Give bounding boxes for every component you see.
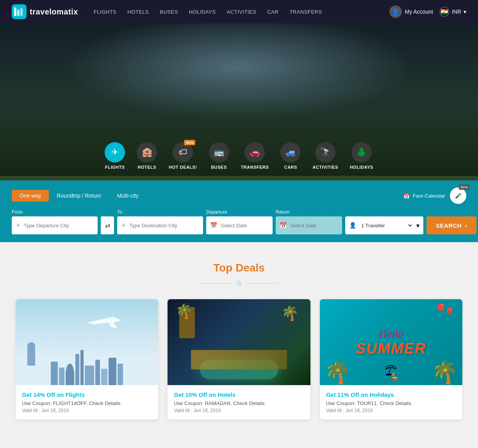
airplane-svg	[82, 311, 129, 334]
buses-icon: 🚌	[214, 147, 224, 157]
category-hotdeals[interactable]: Beta 🏷 HOT DEALS!	[169, 142, 197, 170]
person-icon: 👤	[349, 222, 357, 229]
to-field-group: To ✈	[117, 209, 203, 234]
hotels-label: HOTELS	[138, 165, 157, 170]
beta-label: Beta	[459, 184, 469, 190]
hotels-icon: 🏨	[142, 147, 152, 157]
voice-button[interactable]: Beta 🎤	[450, 187, 466, 204]
currency-label: INR	[452, 9, 461, 15]
category-transfers[interactable]: 🚗 TRANSFERS	[241, 142, 269, 170]
transfers-label: TRANSFERS	[241, 165, 269, 170]
category-hotels[interactable]: 🏨 HOTELS	[137, 142, 157, 170]
search-fields: From ✈ ⇄ To ✈ Departure 📅	[12, 209, 466, 234]
category-row: ✈ FLIGHTS 🏨 HOTELS Beta 🏷 HOT DEALS! 🚌 B…	[0, 138, 478, 173]
return-field-group: Return 📅	[276, 209, 342, 234]
deal-card-holidays[interactable]: Hello SUMMER 🌴 🌴 🎈 🎈 ⛱ 🪑 Get 11% Off on …	[320, 299, 462, 419]
mic-icon: 🎤	[455, 193, 462, 199]
svg-rect-2	[17, 10, 20, 16]
plane-arrive-icon: ✈	[121, 222, 126, 229]
category-holidays[interactable]: 🌲 HOLIDAYS	[350, 142, 373, 170]
traveller-chevron: ▾	[416, 222, 419, 229]
nav-flights[interactable]: FLIGHTS	[94, 9, 116, 15]
deal-image-hotels: 🌴 🌴	[168, 299, 310, 385]
trip-type-tabs: One way Roundtrip / Return Multi-city 📅 …	[12, 187, 466, 204]
my-account-label: My Account	[405, 9, 433, 15]
multicity-tab[interactable]: Multi-city	[109, 190, 146, 202]
departure-input[interactable]	[221, 223, 269, 228]
roundtrip-tab[interactable]: Roundtrip / Return	[49, 190, 109, 202]
calendar-departure-icon: 📅	[210, 222, 218, 229]
deal-valid-hotels: Valid till : Jun 18, 2018	[174, 408, 304, 413]
deal-info-holidays: Get 11% Off on Holidays Use Coupon: TOUR…	[320, 385, 462, 419]
nav-holidays[interactable]: HOLIDAYS	[189, 9, 216, 15]
swap-cities-button[interactable]: ⇄	[101, 216, 114, 234]
return-label: Return	[276, 209, 342, 215]
deal-info-hotels: Get 10% Off on Hotels Use Coupon: RAMADA…	[168, 385, 310, 419]
hello-text: Hello	[356, 328, 426, 340]
traveller-select[interactable]: 1 Traveller	[360, 222, 413, 229]
logo[interactable]: travelomatix	[12, 4, 78, 19]
buses-icon-wrap: 🚌	[209, 142, 229, 162]
deal-card-flights[interactable]: Get 14% Off on Flights Use Coupon: FLIGH…	[16, 299, 158, 419]
avatar: 👤	[389, 5, 402, 18]
calendar-icon: 📅	[403, 193, 410, 199]
logo-icon	[12, 4, 27, 19]
buses-label: BUSES	[211, 165, 227, 170]
header-right: 👤 My Account 🇮🇳 INR ▾	[389, 5, 467, 18]
currency-selector[interactable]: 🇮🇳 INR ▾	[439, 7, 466, 17]
section-divider: ☆	[16, 279, 462, 287]
header: travelomatix FLIGHTS HOTELS BUSES HOLIDA…	[0, 0, 478, 23]
holidays-icon: 🌲	[356, 147, 367, 157]
return-input[interactable]	[290, 223, 338, 228]
main-nav: FLIGHTS HOTELS BUSES HOLIDAYS ACTIVITIES…	[94, 9, 389, 15]
plane-depart-icon: ✈	[16, 222, 21, 229]
from-label: From	[12, 209, 98, 215]
category-activities[interactable]: 🔭 ACTIVITIES	[312, 142, 338, 170]
to-input-wrap: ✈	[117, 216, 203, 234]
statue-shape	[27, 342, 35, 366]
deal-card-hotels[interactable]: 🌴 🌴 Get 10% Off on Hotels Use Coupon: RA…	[168, 299, 310, 419]
fare-calendar-label: Fare Calendar	[413, 193, 445, 199]
from-input-wrap: ✈	[12, 216, 98, 234]
activities-label: ACTIVITIES	[312, 165, 338, 170]
nav-activities[interactable]: ACTIVITIES	[227, 9, 257, 15]
svg-rect-3	[20, 8, 23, 16]
deal-desc-hotels: Use Coupon: RAMADAN. Check Details.	[174, 400, 304, 406]
departure-field-group: Departure 📅	[206, 209, 273, 234]
to-label: To	[117, 209, 203, 215]
nav-transfers[interactable]: TRANSFERS	[289, 9, 322, 15]
from-input[interactable]	[24, 223, 94, 228]
flights-icon-wrap: ✈	[105, 142, 125, 162]
transfers-icon: 🚗	[250, 147, 260, 157]
search-box: One way Roundtrip / Return Multi-city 📅 …	[0, 180, 478, 242]
deal-valid-holidays: Valid till : Jun 18, 2018	[326, 408, 456, 413]
calendar-return-icon: 📅	[280, 222, 287, 229]
to-input[interactable]	[129, 223, 199, 228]
nav-buses[interactable]: BUSES	[160, 9, 178, 15]
traveller-select-wrap: 👤 1 Traveller ▾	[345, 216, 423, 234]
lounge-chair: 🪑	[389, 373, 400, 383]
flights-icon: ✈	[111, 147, 118, 157]
deal-desc-holidays: Use Coupon: TOUR11. Check Details.	[326, 400, 456, 406]
hotels-icon-wrap: 🏨	[137, 142, 157, 162]
nav-car[interactable]: CAR	[267, 9, 278, 15]
city-skyline	[16, 350, 158, 385]
nav-hotels[interactable]: HOTELS	[127, 9, 149, 15]
one-way-tab[interactable]: One way	[12, 190, 49, 202]
departure-label: Departure	[206, 209, 273, 215]
deal-title-holidays: Get 11% Off on Holidays	[326, 391, 456, 398]
fare-calendar-button[interactable]: 📅 Fare Calendar	[403, 193, 445, 199]
category-buses[interactable]: 🚌 BUSES	[209, 142, 229, 170]
my-account-button[interactable]: 👤 My Account	[389, 5, 433, 18]
section-title: Top Deals	[16, 262, 462, 274]
holidays-icon-wrap: 🌲	[351, 142, 372, 162]
traveller-label	[345, 209, 423, 215]
divider-right	[247, 283, 278, 284]
search-button[interactable]: SEARCH ›	[426, 216, 476, 234]
category-flights[interactable]: ✈ FLIGHTS	[105, 142, 125, 170]
deal-image-holidays: Hello SUMMER 🌴 🌴 🎈 🎈 ⛱ 🪑	[320, 299, 462, 385]
from-field-group: From ✈	[12, 209, 98, 234]
palm-left: 🌴	[324, 359, 351, 385]
category-cars[interactable]: 🚙 CARS	[280, 142, 301, 170]
transfers-icon-wrap: 🚗	[244, 142, 265, 162]
